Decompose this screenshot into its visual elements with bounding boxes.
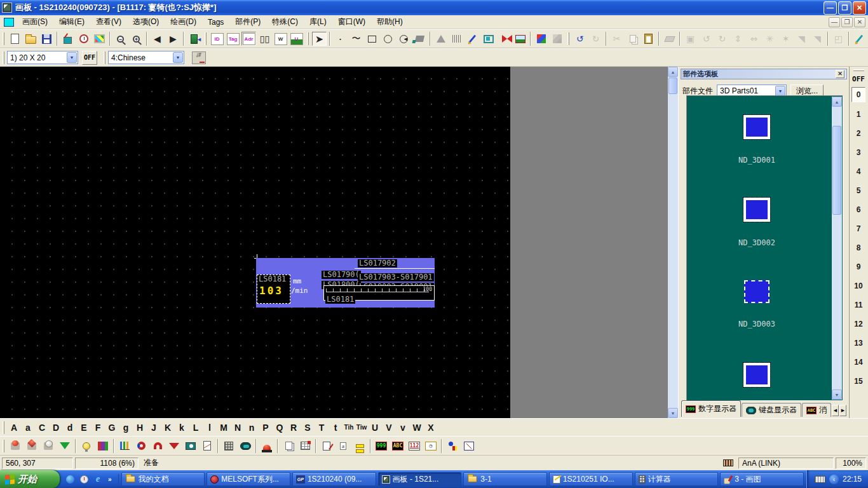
- grid-size-select[interactable]: 1) 20 X 20 ▼: [7, 51, 78, 64]
- letter-tool-button[interactable]: g: [119, 423, 133, 433]
- parts-palette-titlebar[interactable]: 部件选项板 ✕: [681, 69, 847, 79]
- letter-tool-button[interactable]: K: [161, 423, 175, 433]
- arrow-button-part-icon[interactable]: [57, 438, 72, 453]
- letter-tool-button[interactable]: S: [301, 423, 315, 433]
- rect-tool-icon[interactable]: [365, 32, 379, 46]
- save-icon[interactable]: [39, 32, 54, 46]
- scroll-down-icon[interactable]: ▼: [832, 390, 842, 400]
- letter-tool-button[interactable]: F: [91, 423, 105, 433]
- next-screen-icon[interactable]: ▶: [166, 32, 180, 46]
- zoom-out-icon[interactable]: −: [113, 32, 128, 46]
- close-icon[interactable]: ✕: [836, 70, 844, 78]
- letter-tool-button[interactable]: T: [315, 423, 329, 433]
- state-number-button[interactable]: 12: [850, 315, 867, 334]
- menu-item[interactable]: Tags: [202, 16, 229, 29]
- hmi-label[interactable]: LS017902: [358, 259, 397, 268]
- cut-icon[interactable]: ✂: [609, 32, 624, 46]
- hmi-panel-object[interactable]: LS017902 LS01790( LS017903-S017901 LS018…: [256, 258, 435, 308]
- download-icon[interactable]: [60, 32, 75, 46]
- gauge-part-icon[interactable]: [183, 438, 198, 453]
- translate-icon[interactable]: 譯: [191, 51, 206, 65]
- parts-list-scrollbar[interactable]: ▲ ▼: [832, 97, 842, 400]
- state-number-button[interactable]: 15: [850, 372, 867, 391]
- funnel-part-icon[interactable]: [166, 438, 182, 453]
- alarm-history-part-icon[interactable]: [297, 438, 313, 453]
- letter-tool-button[interactable]: U: [368, 423, 382, 433]
- rotate-ccw-icon[interactable]: ↺: [699, 32, 714, 46]
- part-thumbnail[interactable]: [743, 363, 770, 387]
- state-number-button[interactable]: 1: [850, 105, 867, 124]
- numeric-display-part-icon[interactable]: 999: [374, 438, 389, 453]
- align-icon[interactable]: ◰: [831, 32, 846, 46]
- zoom-in-icon[interactable]: +: [129, 32, 144, 46]
- state-number-button[interactable]: 4: [850, 162, 867, 181]
- start-button[interactable]: 开始: [0, 470, 60, 488]
- shrink-icon[interactable]: ✳: [763, 32, 777, 46]
- w-tool-icon[interactable]: W: [273, 32, 288, 46]
- shear-right-icon[interactable]: ◥: [810, 32, 825, 46]
- snap-off-button[interactable]: OFF: [82, 51, 97, 65]
- screen-preview-icon[interactable]: [92, 32, 107, 46]
- state-number-button[interactable]: 9: [850, 257, 867, 276]
- flip-horizontal-icon[interactable]: ⇔: [747, 32, 761, 46]
- tab-message-display[interactable]: ABC 消: [802, 403, 831, 417]
- menu-item[interactable]: 画面(S): [17, 15, 53, 29]
- taskbar-button-project[interactable]: GP1S210240 (09...: [292, 472, 376, 486]
- parts-list-item[interactable]: [700, 363, 814, 387]
- letter-tool-button[interactable]: Tiw: [355, 424, 368, 431]
- state-number-button[interactable]: 8: [850, 238, 867, 257]
- tab-scroll-right-icon[interactable]: ▶: [839, 405, 846, 416]
- letter-tool-button[interactable]: M: [217, 423, 231, 433]
- keypad-part-icon[interactable]: [221, 438, 236, 453]
- letter-tool-button[interactable]: v: [396, 423, 410, 433]
- connector-tool-icon[interactable]: [497, 32, 512, 46]
- letter-tool-button[interactable]: V: [382, 423, 396, 433]
- comment-part-icon[interactable]: a: [336, 438, 351, 453]
- copy-icon[interactable]: [625, 32, 640, 46]
- redo-icon[interactable]: ↻: [588, 32, 603, 46]
- window-pair-icon[interactable]: ▯▯: [257, 32, 272, 46]
- pie-chart-part-icon[interactable]: [133, 438, 149, 453]
- toolbar-grip[interactable]: [3, 32, 4, 45]
- restore-button[interactable]: ❐: [838, 1, 851, 15]
- language-select[interactable]: 4:Chinese ▼: [108, 51, 184, 64]
- flip-vertical-icon[interactable]: ⇕: [731, 32, 745, 46]
- letter-tool-button[interactable]: a: [21, 423, 35, 433]
- letter-tool-button[interactable]: P: [259, 423, 273, 433]
- menu-item[interactable]: 部件(P): [229, 15, 266, 29]
- tag-tool-icon[interactable]: Tag: [226, 32, 240, 46]
- taskbar-button-paint[interactable]: 3 - 画图: [720, 472, 804, 486]
- state-number-button[interactable]: 2: [850, 124, 867, 143]
- chevron-down-icon[interactable]: ▼: [67, 52, 77, 63]
- bar-chart-part-icon[interactable]: [117, 438, 132, 453]
- prev-screen-icon[interactable]: ◀: [150, 32, 165, 46]
- trend-graph-part-icon[interactable]: [200, 438, 215, 453]
- parts-list-item[interactable]: ND_3D001: [700, 115, 814, 165]
- polyline-tool-icon[interactable]: 〜: [349, 32, 363, 46]
- test-pen-icon[interactable]: [852, 32, 867, 46]
- state-number-button[interactable]: 10: [850, 276, 867, 295]
- menu-item[interactable]: 库(L): [304, 15, 332, 29]
- dot-tool-icon[interactable]: ·: [333, 32, 348, 46]
- taskbar-button-calculator[interactable]: 计算器: [635, 472, 719, 486]
- lamp-stack-part-icon[interactable]: [95, 438, 111, 453]
- numeric-display-object[interactable]: LS0181 103: [257, 274, 290, 304]
- letter-tool-button[interactable]: l: [203, 423, 217, 433]
- hmi-label[interactable]: LS017903-S017901: [358, 273, 434, 281]
- letter-tool-button[interactable]: t: [329, 423, 342, 433]
- capture-tool-icon[interactable]: [481, 32, 496, 46]
- parts-list[interactable]: ND_3D001 ND_3D002 ND_3D003 ▲ ▼: [686, 95, 843, 401]
- state-number-button[interactable]: 0: [851, 87, 865, 102]
- menu-item[interactable]: 帮助(H): [371, 15, 409, 29]
- taskbar-button-paintboard[interactable]: 画板 - 1S21...: [378, 472, 462, 486]
- state-number-button[interactable]: 7: [850, 219, 867, 238]
- scrollbar-thumb[interactable]: [668, 78, 677, 94]
- letter-tool-button[interactable]: N: [231, 423, 245, 433]
- recipe-part-icon[interactable]: [319, 438, 334, 453]
- open-file-icon[interactable]: [24, 32, 38, 46]
- alarm-lamp-part-icon[interactable]: [259, 438, 275, 453]
- mdi-minimize-button[interactable]: —: [829, 17, 840, 27]
- keyboard-layout-icon[interactable]: [815, 476, 825, 483]
- clock-app-icon[interactable]: [79, 474, 89, 484]
- note-list-part-icon[interactable]: [352, 438, 367, 453]
